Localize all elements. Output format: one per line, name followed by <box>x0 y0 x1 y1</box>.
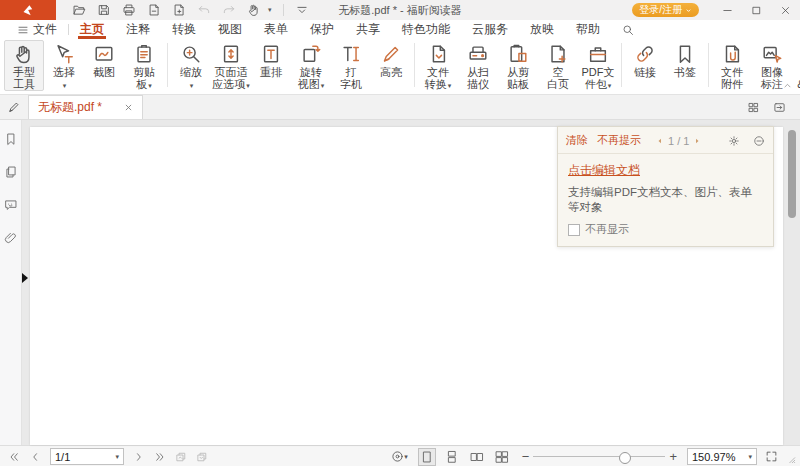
comments-panel-button[interactable] <box>4 198 18 212</box>
login-register-button[interactable]: 登录/注册 <box>632 3 699 17</box>
continuous-facing-mode-button[interactable] <box>493 448 511 466</box>
hint-dismiss-button[interactable] <box>753 135 765 147</box>
tab-arrange-button[interactable] <box>773 101 786 114</box>
page-fit-button[interactable]: 页面适应选项▾ <box>211 40 251 93</box>
ribbon-search-button[interactable] <box>611 20 645 39</box>
tab-help[interactable]: 帮助 <box>565 20 611 39</box>
zoom-slider-knob[interactable] <box>619 452 631 464</box>
page-number-box[interactable]: 1/1 ▾ <box>50 448 124 465</box>
sidebar-expand-handle[interactable] <box>22 273 28 283</box>
triangle-left-icon <box>656 137 664 145</box>
full-screen-button[interactable] <box>765 450 778 463</box>
tab-comment[interactable]: 注释 <box>115 20 161 39</box>
chevron-down-icon <box>685 7 692 14</box>
hint-settings-button[interactable] <box>728 135 740 147</box>
tab-form[interactable]: 表单 <box>253 20 299 39</box>
audio-video-button[interactable]: 音频&视频 <box>792 40 800 91</box>
tab-share[interactable]: 共享 <box>345 20 391 39</box>
zoom-in-button[interactable]: + <box>669 450 677 463</box>
rotate-view-button[interactable]: 旋转视图▾ <box>291 40 331 93</box>
snapshot-button[interactable]: 截图 <box>84 40 124 79</box>
minimize-button[interactable] <box>713 0 742 20</box>
previous-view-button[interactable] <box>175 451 187 463</box>
continuous-page-mode-button[interactable] <box>443 448 461 466</box>
zoom-out-button[interactable]: − <box>522 450 530 463</box>
edit-document-link[interactable]: 点击编辑文档 <box>568 162 640 179</box>
blank-page-button[interactable]: 空白页 <box>538 40 578 91</box>
tab-cloud[interactable]: 云服务 <box>461 20 519 39</box>
open-button[interactable] <box>72 3 86 17</box>
facing-page-mode-button[interactable] <box>468 448 486 466</box>
vertical-scrollbar[interactable] <box>787 123 797 442</box>
grid-view-button[interactable] <box>747 101 760 114</box>
file-attachment-icon <box>721 43 743 65</box>
prev-page-button[interactable] <box>29 451 41 463</box>
close-tab-icon[interactable] <box>124 103 133 112</box>
collapse-ribbon-button[interactable] <box>782 80 793 91</box>
pdf-package-button[interactable]: PDF文件包▾ <box>578 40 618 93</box>
tab-convert[interactable]: 转换 <box>161 20 207 39</box>
checkbox-icon[interactable] <box>568 224 580 236</box>
file-convert-button[interactable]: 文件转换▾ <box>418 40 458 93</box>
zoom-level-value: 150.97% <box>692 451 735 463</box>
highlight-button[interactable]: 高亮 <box>371 40 411 79</box>
maximize-button[interactable] <box>742 0 771 20</box>
redo-button[interactable] <box>222 3 236 17</box>
bookmarks-panel-button[interactable] <box>4 132 18 146</box>
hand-tool-button[interactable]: 手型工具 <box>4 40 44 91</box>
file-convert-icon <box>427 43 449 65</box>
zoom-level-box[interactable]: 150.97% ▾ <box>687 448 757 465</box>
save-button[interactable] <box>97 3 111 17</box>
menu-file[interactable]: 文件 <box>6 20 68 39</box>
zoom-button[interactable]: 缩放▾ <box>171 40 211 93</box>
dropdown-caret-icon: ▾ <box>63 82 67 89</box>
next-view-button[interactable] <box>196 451 208 463</box>
clear-link[interactable]: 清除 <box>566 133 588 148</box>
tab-presentation[interactable]: 放映 <box>519 20 565 39</box>
customize-quick-access-button[interactable] <box>295 3 309 17</box>
create-pdf-button[interactable] <box>172 3 186 17</box>
document-tab[interactable]: 无标题.pdf * <box>28 95 143 119</box>
tab-home[interactable]: 主页 <box>69 20 115 39</box>
select-button[interactable]: 选择▾ <box>44 40 84 93</box>
dont-show-checkbox[interactable]: 不再显示 <box>568 222 763 237</box>
prev-hint-button[interactable] <box>656 137 664 145</box>
from-clipboard-button[interactable]: 从剪贴板 <box>498 40 538 91</box>
toolbar-divider <box>283 4 284 16</box>
scrollbar-thumb[interactable] <box>788 130 796 218</box>
last-page-button[interactable] <box>154 451 166 463</box>
pages-panel-button[interactable] <box>4 165 18 179</box>
file-attachment-button[interactable]: 文件附件 <box>712 40 752 91</box>
quick-edit-pen-button[interactable] <box>0 95 28 119</box>
redo-icon <box>222 3 236 17</box>
typewriter-button[interactable]: 打字机 <box>331 40 371 91</box>
attachments-panel-button[interactable] <box>4 231 18 245</box>
from-scanner-button[interactable]: 从扫描仪 <box>458 40 498 91</box>
pdf-convert-button[interactable] <box>147 3 161 17</box>
clipboard-button[interactable]: 剪贴板▾ <box>124 40 164 93</box>
dont-remind-link[interactable]: 不再提示 <box>597 133 641 148</box>
tab-view[interactable]: 视图 <box>207 20 253 39</box>
reflow-button[interactable]: 重排 <box>251 40 291 79</box>
single-page-mode-button[interactable] <box>418 448 436 466</box>
close-button[interactable] <box>771 0 800 20</box>
undo-icon <box>197 3 211 17</box>
hand-tool-quick-button[interactable] <box>247 3 261 17</box>
undo-button[interactable] <box>197 3 211 17</box>
foxit-logo-icon[interactable] <box>0 0 56 20</box>
view-mode-button[interactable]: ▾ <box>391 450 408 463</box>
dropdown-caret-icon: ▾ <box>190 82 194 89</box>
print-button[interactable] <box>122 3 136 17</box>
tab-protect[interactable]: 保护 <box>299 20 345 39</box>
dropdown-caret-icon: ▾ <box>148 82 152 89</box>
first-page-button[interactable] <box>8 451 20 463</box>
tab-features[interactable]: 特色功能 <box>391 20 461 39</box>
chevron-down-icon: ▾ <box>748 453 752 461</box>
resize-grip-icon[interactable] <box>786 454 796 464</box>
zoom-slider[interactable] <box>533 450 665 464</box>
link-button[interactable]: 链接 <box>625 40 665 79</box>
next-page-button[interactable] <box>133 451 145 463</box>
bookmark-button[interactable]: 书签 <box>665 40 705 79</box>
dropdown-caret-icon: ▾ <box>321 82 325 89</box>
next-hint-button[interactable] <box>693 137 701 145</box>
